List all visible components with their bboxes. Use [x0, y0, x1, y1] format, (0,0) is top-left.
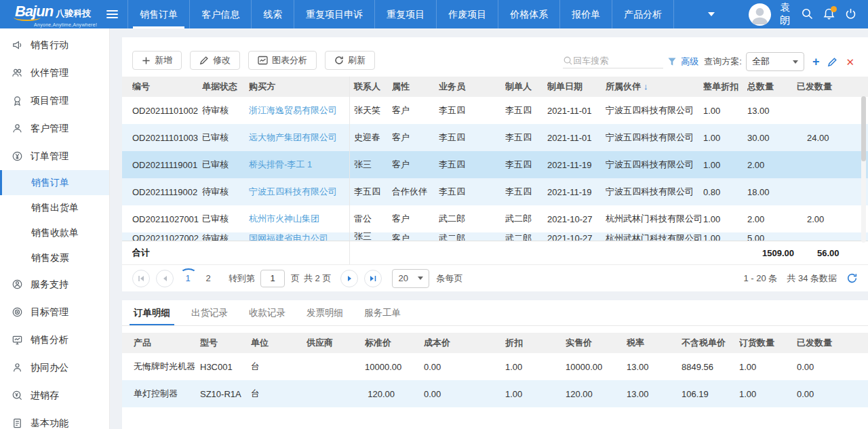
sidebar-item-sales-action[interactable]: 销售行动 — [0, 31, 109, 59]
detail-row[interactable]: 无悔牌时光机器 H3C001 台 10000.00 0.00 1.00 1000… — [122, 353, 868, 380]
filter-button[interactable] — [667, 57, 677, 66]
prev-page-button[interactable] — [156, 270, 174, 287]
order-total-qty: 30.00 — [747, 133, 795, 143]
first-page-button[interactable] — [132, 270, 150, 287]
order-row[interactable]: OD20211101003 已审核 远大物产集团有限公司 史迎春 客户 李五四 … — [122, 124, 868, 151]
sidebar-item-goal-mgmt[interactable]: 目标管理 — [0, 298, 109, 326]
top-nav-item[interactable]: 销售订单 — [127, 0, 189, 28]
product-model: SZ10-R1A — [200, 389, 251, 399]
buyer-link[interactable]: 国网福建省电力公司 — [249, 232, 349, 241]
column-header[interactable]: 整单折扣 — [703, 81, 747, 93]
order-row[interactable]: OD20211119002 待审核 宁波五四科技有限公司 李五四 合作伙伴 李五… — [122, 178, 868, 205]
goto-page-input[interactable] — [260, 270, 285, 287]
search-input[interactable] — [573, 56, 654, 66]
reload-icon[interactable] — [846, 272, 858, 284]
hamburger-menu-icon[interactable] — [97, 0, 127, 28]
page-size-select[interactable]: 20 — [392, 269, 429, 288]
buyer-link[interactable]: 宁波五四科技有限公司 — [249, 186, 349, 198]
last-page-button[interactable] — [364, 270, 382, 287]
column-header[interactable]: 购买方 — [249, 81, 349, 93]
user-name[interactable]: 袁朗 — [780, 1, 792, 27]
column-header[interactable]: 制单日期 — [547, 81, 606, 93]
detail-tab[interactable]: 收款记录 — [249, 300, 285, 325]
order-row[interactable]: OD20211101002 待审核 浙江海逸贸易有限公司 张天笑 客户 李五四 … — [122, 97, 868, 124]
power-icon[interactable] — [844, 7, 857, 21]
sidebar-item-service-support[interactable]: 服务支持 — [0, 270, 109, 298]
order-attribute: 客户 — [392, 232, 439, 241]
detail-tab[interactable]: 发票明细 — [307, 300, 343, 325]
column-header: 型号 — [200, 337, 251, 349]
order-discount: 1.00 — [703, 214, 747, 224]
detail-row[interactable]: 单灯控制器 SZ10-R1A 台 120.00 0.00 1.00 120.00… — [122, 380, 868, 407]
edit-scheme-button[interactable] — [827, 57, 837, 67]
sidebar-item-label: 基本功能 — [31, 417, 68, 429]
column-header[interactable]: 业务员 — [439, 81, 505, 93]
add-button[interactable]: 新增 — [132, 51, 182, 70]
column-header-sorted[interactable]: 所属伙伴↓ — [606, 81, 703, 93]
advanced-search-link[interactable]: 高级 — [681, 56, 698, 68]
column-header[interactable]: 制单人 — [505, 81, 547, 93]
column-header[interactable]: 编号 — [132, 81, 202, 93]
sidebar-item-sales-analysis[interactable]: 销售分析 — [0, 326, 109, 354]
refresh-button[interactable]: 刷新 — [325, 51, 375, 70]
page-number-1[interactable]: 1 — [180, 273, 196, 283]
top-nav-item[interactable]: 重复项目 — [374, 0, 436, 28]
column-header[interactable]: 属性 — [392, 81, 439, 93]
sidebar-item-sales-order[interactable]: 销售订单 — [0, 170, 109, 195]
sidebar-item-sales-receipt[interactable]: 销售收款单 — [0, 220, 109, 245]
buyer-link[interactable]: 桥头排骨-李工 1 — [249, 159, 349, 171]
notification-bell-icon[interactable] — [823, 7, 835, 21]
sidebar-item-order-mgmt[interactable]: 订单管理 — [0, 142, 109, 170]
order-total-qty: 5.00 — [747, 232, 795, 241]
page-number-2[interactable]: 2 — [200, 273, 216, 283]
next-page-button[interactable] — [340, 270, 358, 287]
sidebar-item-sales-shipment[interactable]: 销售出货单 — [0, 195, 109, 220]
nav-more-dropdown[interactable] — [673, 0, 749, 28]
sidebar-item-sales-invoice[interactable]: 销售发票 — [0, 245, 109, 270]
detail-tab-label: 出货记录 — [191, 308, 228, 318]
column-header[interactable]: 联系人 — [349, 77, 392, 97]
add-scheme-button[interactable]: + — [812, 56, 820, 68]
scrollbar-thumb[interactable] — [861, 96, 866, 161]
sidebar-item-partner-mgmt[interactable]: 伙伴管理 — [0, 59, 109, 87]
top-nav-item[interactable]: 产品分析 — [612, 0, 673, 28]
sidebar-item-basic-functions[interactable]: 基本功能 — [0, 409, 109, 429]
column-header[interactable]: 已发数量 — [795, 81, 858, 93]
ordered-qty: 1.00 — [739, 362, 797, 372]
table-scrollbar[interactable] — [861, 96, 866, 243]
sidebar-item-customer-mgmt[interactable]: 客户管理 — [0, 115, 109, 142]
order-creator: 李五四 — [505, 104, 547, 117]
column-header[interactable]: 总数量 — [747, 81, 795, 93]
chart-analysis-button[interactable]: 图表分析 — [248, 51, 317, 70]
sidebar-item-label: 服务支持 — [31, 279, 68, 291]
edit-button[interactable]: 修改 — [190, 51, 240, 70]
top-nav-item[interactable]: 作废项目 — [436, 0, 498, 28]
order-row[interactable]: OD20211027002 待审核 国网福建省电力公司 张三 客户 武二郎 武二… — [122, 232, 868, 241]
order-status: 待审核 — [202, 104, 249, 117]
buyer-link[interactable]: 远大物产集团有限公司 — [249, 131, 349, 144]
order-row[interactable]: OD20211119001 已审核 桥头排骨-李工 1 张三 客户 李五四 李五… — [122, 151, 868, 178]
top-nav-item[interactable]: 报价单 — [559, 0, 612, 28]
scheme-select[interactable]: 全部 — [746, 52, 804, 71]
column-header[interactable]: 单据状态 — [202, 81, 249, 93]
detail-tab[interactable]: 出货记录 — [191, 300, 228, 325]
buyer-link[interactable]: 浙江海逸贸易有限公司 — [249, 104, 349, 117]
detail-tab[interactable]: 订单明细 — [134, 300, 170, 325]
top-nav-item[interactable]: 客户信息 — [189, 0, 251, 28]
detail-tab[interactable]: 服务工单 — [364, 300, 401, 325]
yen-search-icon — [12, 390, 23, 401]
top-nav-item[interactable]: 价格体系 — [498, 0, 559, 28]
top-nav-item[interactable]: 重复项目申诉 — [294, 0, 374, 28]
discount: 1.00 — [505, 389, 566, 399]
order-total-qty: 2.00 — [747, 214, 795, 224]
avatar[interactable] — [749, 3, 771, 26]
chevron-down-icon — [418, 277, 423, 280]
top-nav-item[interactable]: 线索 — [251, 0, 294, 28]
order-row[interactable]: OD20211027001 已审核 杭州市火神山集团 雷公 客户 武二郎 武二郎… — [122, 205, 868, 232]
search-icon[interactable] — [801, 7, 814, 21]
buyer-link[interactable]: 杭州市火神山集团 — [249, 213, 349, 225]
sidebar-item-project-mgmt[interactable]: 项目管理 — [0, 87, 109, 115]
sidebar-item-inventory[interactable]: 进销存 — [0, 382, 109, 409]
sidebar-item-collab-office[interactable]: 协同办公 — [0, 354, 109, 382]
delete-scheme-button[interactable]: ✕ — [846, 57, 854, 67]
